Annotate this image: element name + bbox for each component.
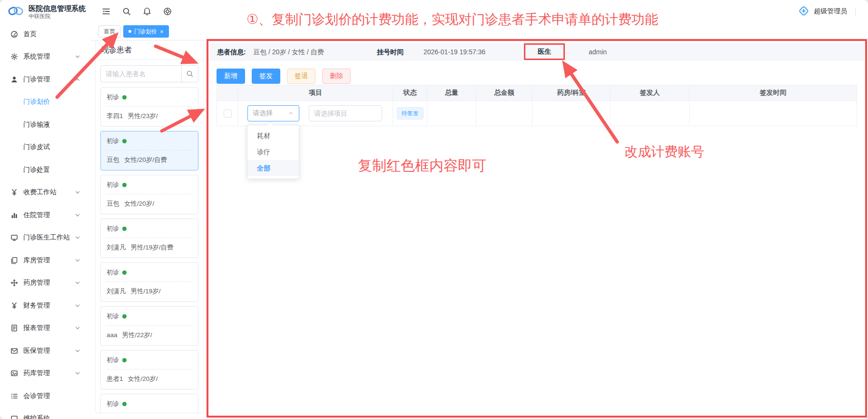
patient-name: 豆包	[107, 156, 119, 163]
search-icon[interactable]	[182, 70, 198, 78]
user-block[interactable]: 超级管理员	[798, 0, 856, 23]
chevron-down-icon	[74, 279, 81, 286]
fullscreen-icon[interactable]	[163, 7, 172, 16]
monitor-icon	[10, 415, 18, 419]
sidebar-item-pharmacy[interactable]: 药房管理	[0, 272, 90, 295]
sidebar-item-outpatient-skin-test[interactable]: 门诊皮试	[0, 136, 90, 159]
sidebar-item-outpatient-infusion[interactable]: 门诊输液	[0, 113, 90, 136]
move-icon	[10, 279, 18, 287]
sidebar-subitem-label: 门诊处置	[23, 166, 50, 174]
patient-search-input[interactable]	[101, 70, 181, 78]
patient-summary: 豆包女性/20岁/	[107, 200, 192, 208]
patient-card[interactable]: 初诊豆包女性/20岁/自费	[100, 131, 198, 170]
card-divider	[107, 106, 192, 107]
patient-name: 刘潇凡	[107, 244, 126, 251]
item-type-select-placeholder: 请选择	[253, 109, 287, 118]
patient-card[interactable]: 初诊刘潇凡男性/19岁/	[100, 262, 198, 302]
card-divider	[107, 325, 192, 326]
chevron-down-icon	[74, 212, 81, 219]
menu-collapse-icon[interactable]	[102, 7, 110, 16]
app-subtitle: 中联医院	[29, 13, 86, 20]
doctor-label: 医生	[538, 48, 551, 56]
column-header: 总金额	[476, 85, 533, 101]
patient-visit-type: 初诊	[107, 180, 192, 190]
column-header: 签发人	[611, 85, 690, 101]
annotation-top: ①、复制门诊划价的计费功能，实现对门诊患者手术申请单的计费功能	[247, 10, 658, 29]
tab-home[interactable]: 首页	[99, 25, 120, 38]
sidebar-item-inpatient[interactable]: 住院管理	[0, 204, 90, 227]
dropdown-option-2[interactable]: 全部	[247, 160, 299, 176]
dropdown-option-0[interactable]: 耗材	[247, 128, 299, 144]
patient-card[interactable]: 初诊李四1男性/23岁/	[100, 87, 198, 127]
patient-visit-type: 初诊	[107, 224, 192, 233]
search-icon[interactable]	[122, 7, 131, 16]
issuer-cell	[611, 101, 690, 126]
patient-visit-type: 初诊	[107, 399, 192, 409]
chevron-down-icon	[74, 257, 81, 264]
sidebar-item-outpatient-doctor-station[interactable]: 门诊医生工作站	[0, 227, 90, 249]
app-window: 医院信息管理系统 中联医院 超级管理员 首页系统管理门诊管理门诊划价门诊输液门诊…	[0, 0, 868, 419]
mail-icon	[10, 347, 18, 355]
issue-button[interactable]: 签发	[252, 69, 280, 84]
tab-outpatient-pricing[interactable]: 门诊划价×	[123, 25, 169, 38]
patient-name: aaa	[107, 331, 118, 339]
row-controls: 请选择	[238, 105, 393, 121]
sidebar-item-label: 维护系统	[23, 414, 50, 419]
visit-type-label: 初诊	[107, 399, 119, 408]
sidebar-item-label: 医保管理	[23, 347, 50, 355]
patient-name: 豆包	[107, 200, 119, 207]
app-title: 医院信息管理系统	[29, 4, 86, 13]
sidebar-item-consultation[interactable]: 会诊管理	[0, 385, 90, 408]
patient-meta: 男性/19岁/自费	[131, 244, 174, 251]
patient-card[interactable]: 初诊aaa男性/22岁/	[100, 306, 198, 346]
card-divider	[107, 150, 192, 150]
sidebar-item-system[interactable]: 系统管理	[0, 46, 90, 69]
patient-card[interactable]: 初诊患者1女性/20岁/	[100, 350, 198, 389]
check-out-button[interactable]: 签退	[287, 69, 316, 84]
sidebar-item-maintenance[interactable]: 维护系统	[0, 408, 90, 419]
column-header: 签发时间	[690, 85, 857, 101]
sidebar-item-outpatient[interactable]: 门诊管理	[0, 68, 90, 91]
patient-meta: 男性/22岁/	[122, 331, 152, 339]
dashboard-icon	[10, 30, 18, 38]
visit-type-label: 初诊	[107, 93, 119, 101]
item-search-input[interactable]	[309, 105, 382, 121]
patient-card[interactable]: 初诊	[100, 394, 198, 413]
bell-icon[interactable]	[143, 7, 151, 16]
visit-type-label: 初诊	[107, 356, 119, 364]
patient-summary: 李四1男性/23岁/	[107, 112, 192, 120]
item-type-select[interactable]: 请选择	[247, 105, 299, 121]
patient-card[interactable]: 初诊刘潇凡男性/19岁/自费	[100, 219, 198, 258]
patient-card[interactable]: 初诊豆包女性/20岁/	[100, 175, 198, 214]
add-button[interactable]: 新增	[217, 69, 245, 84]
user-icon	[10, 76, 18, 83]
registration-time-value: 2026-01-19 19:57:36	[424, 43, 485, 61]
column-header: 状态	[393, 85, 427, 101]
sidebar-item-reports[interactable]: 报表管理	[0, 317, 90, 340]
sidebar-item-outpatient-disposal[interactable]: 门诊处置	[0, 159, 90, 181]
status-dot-icon	[122, 358, 127, 362]
sidebar-item-label: 住院管理	[23, 211, 50, 219]
sidebar-item-label: 收费工作站	[23, 188, 57, 197]
hospital-logo-icon	[7, 2, 25, 22]
sidebar-item-warehouse[interactable]: 库房管理	[0, 249, 90, 272]
sidebar-item-finance[interactable]: 财务管理	[0, 294, 90, 317]
sidebar-item-drug-storage[interactable]: 药库管理	[0, 362, 90, 385]
monitor-icon	[10, 234, 18, 241]
sidebar-item-insurance[interactable]: 医保管理	[0, 339, 90, 362]
row-checkbox[interactable]	[224, 110, 232, 118]
status-dot-icon	[122, 314, 127, 319]
sidebar-item-outpatient-pricing[interactable]: 门诊划价	[0, 91, 90, 114]
sidebar-item-home[interactable]: 首页	[0, 23, 90, 46]
status-badge: 待签发	[397, 107, 424, 120]
sidebar-item-label: 药库管理	[23, 369, 50, 378]
dropdown-option-1[interactable]: 诊疗	[247, 144, 299, 160]
patient-info-label: 患者信息:	[217, 43, 246, 61]
sidebar-item-charging-station[interactable]: 收费工作站	[0, 181, 90, 204]
yen-icon	[10, 189, 18, 196]
delete-button[interactable]: 删除	[322, 69, 351, 84]
column-header: 药房/科室	[533, 85, 611, 101]
sidebar-subitem-label: 门诊皮试	[23, 143, 50, 151]
patient-meta: 女性/20岁/自费	[124, 156, 167, 163]
tab-close-icon[interactable]: ×	[160, 29, 164, 35]
